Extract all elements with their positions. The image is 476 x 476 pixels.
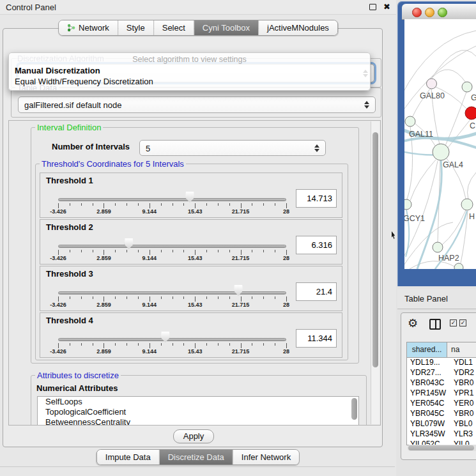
slider-track[interactable] (58, 198, 286, 201)
column-layout-icon[interactable] (429, 319, 441, 330)
list-scrollbar[interactable] (351, 398, 357, 420)
threshold-panel: Threshold 2-3.4262.8599.14415.4321.71528… (40, 219, 342, 265)
threshold-panel: Threshold 1-3.4262.8599.14415.4321.71528… (40, 173, 342, 218)
network-node[interactable] (404, 199, 411, 210)
threshold-panel: Threshold 4-3.4262.8599.14415.4321.71528… (40, 312, 342, 358)
threshold-label: Threshold 1 (46, 176, 93, 185)
panel-divider (0, 466, 395, 467)
thresholds-group-title: Threshold's Coordinates for 5 Intervals (40, 159, 186, 169)
cyni-toolbox-pane: Discretization Algorithm Table Data galF… (3, 28, 383, 447)
node-label: H (469, 212, 475, 221)
table-row[interactable]: YDL19...YDL1 (407, 358, 476, 368)
slider-track[interactable] (58, 245, 286, 248)
network-node[interactable] (433, 242, 443, 252)
attributes-group-title: Attributes to discretize (35, 371, 121, 380)
apply-button[interactable]: Apply (173, 429, 214, 443)
tab-label: jActiveMNodules (267, 23, 329, 33)
algorithm-prompt-option[interactable]: Select algorithm to view settings (9, 55, 370, 64)
network-node[interactable] (462, 82, 472, 92)
algorithm-option-equal-width-frequency-discretization[interactable]: Equal Width/Frequency Discretization (15, 77, 153, 86)
table-row[interactable]: YLR345WYLR3 (407, 429, 476, 440)
cell-shared-name: YBR045C (407, 409, 450, 419)
network-node[interactable] (461, 199, 473, 210)
attribute-list-item[interactable]: BetweennessCentrality (38, 417, 358, 426)
tab-label: Impute Data (105, 452, 151, 462)
scrollbar-thumb[interactable] (372, 132, 378, 367)
table-hscrollbar[interactable] (407, 445, 476, 451)
zoom-traffic-light[interactable] (438, 8, 447, 17)
attributes-listbox[interactable]: SelfLoopsTopologicalCoefficientBetweenne… (37, 396, 359, 426)
table-data-combobox[interactable]: galFiltered.sif default node (18, 96, 376, 113)
tab-infer-network[interactable]: Infer Network (233, 450, 299, 464)
cell-shared-name: YPR145W (407, 388, 450, 399)
table-row[interactable]: YER054CYER0 (407, 399, 476, 409)
close-traffic-light[interactable] (412, 8, 422, 17)
slider: -3.4262.8599.14415.4321.71528 (58, 331, 286, 357)
network-window-titlebar[interactable] (402, 4, 476, 20)
network-node[interactable] (427, 79, 437, 89)
tab-label: Style (127, 23, 145, 33)
control-panel-tabs: NetworkStyleSelectCyni ToolboxjActiveMNo… (58, 20, 338, 36)
table-row[interactable]: YPR145WYPR1 (407, 388, 476, 399)
network-node[interactable] (454, 263, 463, 269)
tab-label: Discretize Data (168, 452, 224, 462)
scrollbar-thumb[interactable] (408, 445, 474, 450)
tab-jactivemnodules[interactable]: jActiveMNodules (258, 20, 337, 35)
network-node-selected[interactable] (465, 107, 476, 119)
table-row[interactable]: YDR27...YDR2 (407, 368, 476, 378)
threshold-label: Threshold 3 (46, 269, 93, 279)
num-intervals-combobox[interactable]: 5 (139, 140, 326, 156)
column-header-shared[interactable]: shared... (407, 342, 447, 357)
algorithm-dropdown-popup: Select algorithm to view settingsManual … (8, 52, 371, 91)
cell-name: YBR0 (450, 409, 476, 419)
settings-scrollbar[interactable] (371, 121, 380, 424)
table-row[interactable]: YBR043CYBR0 (407, 378, 476, 388)
slider-scale-labels: -3.4262.8599.14415.4321.71528 (58, 255, 286, 263)
tab-select[interactable]: Select (153, 20, 194, 35)
network-node[interactable] (405, 116, 415, 127)
algorithm-option-manual-discretization[interactable]: Manual Discretization (15, 66, 100, 75)
cell-shared-name: YER054C (407, 399, 450, 409)
node-table: shared... na YDL19...YDL1YDR27...YDR2YBR… (406, 342, 476, 445)
close-icon[interactable]: ✖ (383, 2, 390, 12)
interval-definition-group: Interval Definition Number of Intervals … (31, 127, 359, 364)
cell-shared-name: YBL079W (407, 419, 450, 429)
checkbox-icon[interactable]: ✓ (459, 319, 466, 326)
threshold-value-field[interactable]: 11.344 (296, 329, 337, 348)
control-panel-title: Control Panel (6, 3, 56, 12)
tab-impute-data[interactable]: Impute Data (97, 450, 159, 464)
gear-icon[interactable]: ⚙ (408, 316, 418, 330)
cell-name: YBR0 (450, 378, 476, 388)
attribute-list-item[interactable]: SelfLoops (38, 397, 358, 407)
cell-name: YER0 (450, 399, 476, 409)
threshold-value-field[interactable]: 6.316 (296, 236, 337, 254)
network-canvas[interactable]: GAL80 GA C GAL11 GAL4 GCY1 H HAP2 (404, 19, 476, 269)
cell-name: YLR3 (450, 429, 476, 440)
float-window-icon[interactable] (369, 4, 376, 10)
threshold-value-field[interactable]: 21.4 (296, 282, 337, 301)
cell-name: YDL1 (450, 358, 476, 368)
node-label: GA (471, 93, 476, 102)
threshold-value-field[interactable]: 14.713 (296, 189, 337, 208)
slider-track[interactable] (58, 338, 286, 341)
tab-label: Select (162, 23, 185, 33)
network-node[interactable] (433, 144, 449, 160)
column-header-name[interactable]: na (447, 342, 476, 357)
attribute-list-item[interactable]: TopologicalCoefficient (38, 407, 358, 417)
tab-network[interactable]: Network (59, 20, 118, 35)
table-data-group: Table Data galFiltered.sif default node (11, 88, 381, 118)
checkbox-icon[interactable]: ✓ (450, 319, 457, 326)
attributes-group: Attributes to discretize Numerical Attri… (31, 375, 367, 426)
cell-name: YPR1 (450, 388, 476, 399)
node-label: GCY1 (404, 214, 425, 223)
tab-cyni-toolbox[interactable]: Cyni Toolbox (194, 20, 258, 35)
network-window[interactable]: GAL80 GA C GAL11 GAL4 GCY1 H HAP2 (397, 1, 476, 286)
slider-track[interactable] (58, 291, 286, 295)
minimize-traffic-light[interactable] (425, 8, 434, 17)
table-row[interactable]: YBL079WYBL0 (407, 419, 476, 429)
tab-discretize-data[interactable]: Discretize Data (159, 450, 233, 464)
table-row[interactable]: YBR045CYBR0 (407, 409, 476, 419)
threshold-label: Threshold 4 (46, 316, 93, 325)
combo-arrows-icon (314, 144, 319, 152)
tab-style[interactable]: Style (118, 20, 153, 35)
